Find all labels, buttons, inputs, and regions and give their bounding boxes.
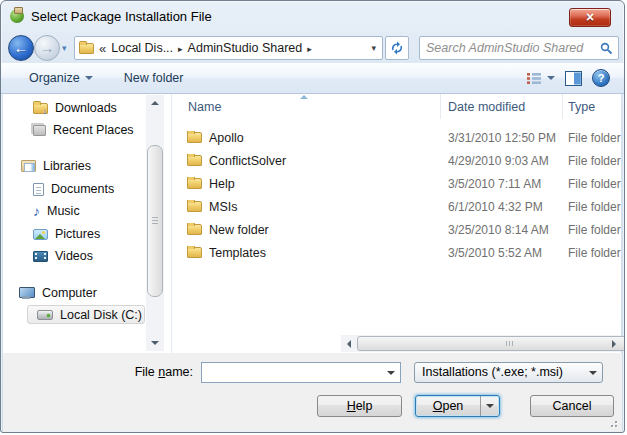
close-button[interactable]: × <box>569 8 611 27</box>
file-name: Help <box>209 177 235 191</box>
views-icon <box>526 72 542 85</box>
file-row-new-folder[interactable]: New folder 3/25/2010 8:14 AM File folder <box>172 218 621 241</box>
file-type: File folder <box>563 200 621 214</box>
help-icon[interactable]: ? <box>592 69 610 87</box>
refresh-icon <box>390 41 404 55</box>
help-button[interactable]: Help <box>317 395 402 417</box>
file-row-conflictsolver[interactable]: ConflictSolver 4/29/2010 9:03 AM File fo… <box>172 149 621 172</box>
sidebar-item-label: Videos <box>55 249 93 263</box>
pictures-icon <box>33 229 48 240</box>
resize-grip[interactable] <box>607 417 617 427</box>
file-date: 4/29/2010 9:03 AM <box>441 154 563 168</box>
sidebar-item-label: Libraries <box>43 159 91 173</box>
column-header-type[interactable]: Type <box>563 94 621 119</box>
scrollbar-thumb[interactable] <box>147 145 163 297</box>
sidebar-item-label: Computer <box>42 286 97 300</box>
open-button[interactable]: Open <box>415 395 500 417</box>
sidebar-item-label: Local Disk (C:) <box>60 308 142 322</box>
file-date: 3/5/2010 7:11 AM <box>441 177 563 191</box>
folder-icon <box>187 132 202 143</box>
computer-icon <box>19 287 35 300</box>
sort-ascending-icon <box>300 95 308 99</box>
column-header-date-modified[interactable]: Date modified <box>441 94 563 119</box>
file-type: File folder <box>563 131 621 145</box>
sidebar-item-local-disk-c[interactable]: Local Disk (C:) <box>27 305 145 324</box>
file-row-templates[interactable]: Templates 3/5/2010 5:52 AM File folder <box>172 241 621 264</box>
sidebar-item-music[interactable]: Music <box>33 201 80 221</box>
folder-icon <box>187 224 202 235</box>
preview-pane-button[interactable] <box>565 71 582 86</box>
chevron-down-icon <box>85 76 93 80</box>
list-horizontal-scrollbar[interactable] <box>341 335 621 352</box>
breadcrumb-chevron-icon[interactable] <box>178 41 183 55</box>
file-name-input[interactable] <box>205 364 380 381</box>
sidebar-item-downloads[interactable]: Downloads <box>33 98 117 118</box>
file-list: Name Date modified Type Apollo 3/31/2010… <box>172 94 621 353</box>
scroll-down-button[interactable] <box>146 335 164 351</box>
address-dropdown-icon[interactable]: ▾ <box>371 43 378 53</box>
file-name-label: File name: <box>101 365 193 379</box>
file-type: File folder <box>563 177 621 191</box>
title-bar[interactable]: Select Package Installation File × <box>1 1 624 32</box>
chevron-down-icon <box>547 76 555 80</box>
sidebar-item-videos[interactable]: Videos <box>33 246 93 266</box>
organize-label: Organize <box>29 71 80 85</box>
file-type-value: Installations (*.exe; *.msi) <box>422 365 563 379</box>
sidebar-item-recent-places[interactable]: Recent Places <box>33 120 134 140</box>
sidebar-item-label: Downloads <box>55 101 117 115</box>
file-date: 3/25/2010 8:14 AM <box>441 223 563 237</box>
file-row-help[interactable]: Help 3/5/2010 7:11 AM File folder <box>172 172 621 195</box>
breadcrumb-chevron-icon[interactable] <box>307 41 312 55</box>
search-box <box>419 36 619 60</box>
scroll-left-button[interactable] <box>341 335 356 352</box>
file-name: New folder <box>209 223 269 237</box>
file-type: File folder <box>563 154 621 168</box>
forward-button[interactable]: → <box>34 35 60 61</box>
videos-icon <box>33 251 48 262</box>
scrollbar-thumb[interactable] <box>357 336 625 351</box>
breadcrumb-segment[interactable]: AdminStudio Shared <box>188 41 303 55</box>
sidebar-scrollbar[interactable] <box>146 95 164 351</box>
organize-button[interactable]: Organize <box>29 71 93 85</box>
back-button[interactable]: ← <box>8 35 34 61</box>
change-view-button[interactable] <box>526 72 555 85</box>
recent-places-icon <box>33 125 46 136</box>
scroll-up-button[interactable] <box>146 95 164 111</box>
file-name: MSIs <box>209 200 237 214</box>
documents-icon <box>33 183 44 196</box>
file-type: File folder <box>563 223 621 237</box>
music-icon <box>33 203 40 219</box>
sidebar-item-documents[interactable]: Documents <box>33 179 114 199</box>
file-type: File folder <box>563 246 621 260</box>
scroll-right-button[interactable] <box>606 335 621 352</box>
sidebar-item-computer[interactable]: Computer <box>19 283 97 303</box>
search-input[interactable] <box>426 38 594 58</box>
search-icon[interactable] <box>600 42 613 55</box>
open-split-dropdown[interactable] <box>480 396 499 416</box>
file-type-dropdown[interactable]: Installations (*.exe; *.msi) <box>414 362 603 383</box>
chevron-down-icon <box>486 404 494 408</box>
breadcrumb[interactable]: Local Dis... AdminStudio Shared ▾ <box>74 36 383 60</box>
chevron-down-icon[interactable] <box>387 371 395 375</box>
breadcrumb-segment[interactable]: Local Dis... <box>111 41 173 55</box>
folder-icon <box>187 247 202 258</box>
command-toolbar: Organize New folder ? <box>1 63 624 94</box>
file-row-apollo[interactable]: Apollo 3/31/2010 12:50 PM File folder <box>172 126 621 149</box>
file-name-combobox[interactable] <box>201 362 401 383</box>
cancel-button[interactable]: Cancel <box>530 395 614 417</box>
file-name: ConflictSolver <box>209 154 286 168</box>
file-row-msis[interactable]: MSIs 6/1/2010 4:32 PM File folder <box>172 195 621 218</box>
file-name: Apollo <box>209 131 244 145</box>
folder-icon <box>79 43 94 54</box>
sidebar-item-label: Pictures <box>55 227 100 241</box>
history-dropdown-icon[interactable]: ▾ <box>62 43 67 53</box>
open-button-label[interactable]: Open <box>416 396 480 416</box>
sidebar-item-libraries[interactable]: Libraries <box>21 156 91 176</box>
breadcrumb-overflow-icon[interactable] <box>99 41 106 56</box>
chevron-down-icon <box>589 371 597 375</box>
new-folder-label: New folder <box>124 71 184 85</box>
refresh-button[interactable] <box>385 36 409 60</box>
downloads-icon <box>33 103 48 114</box>
sidebar-item-pictures[interactable]: Pictures <box>33 224 100 244</box>
new-folder-button[interactable]: New folder <box>124 71 184 85</box>
